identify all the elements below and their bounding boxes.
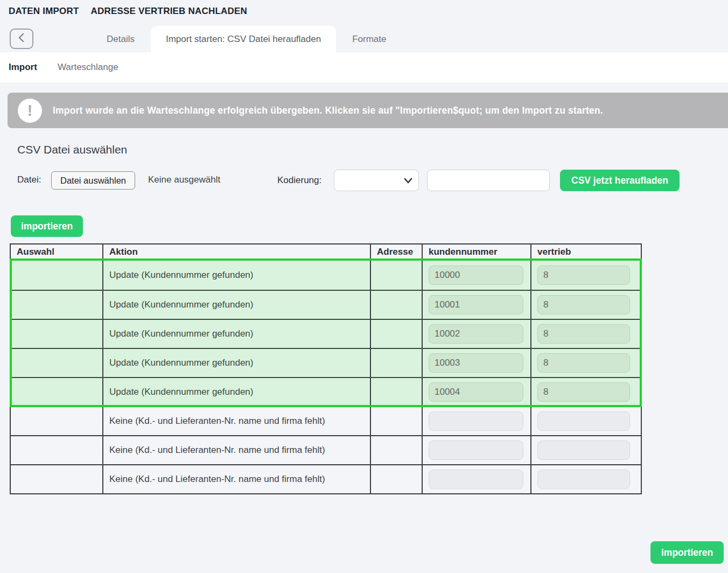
tab-details[interactable]: Details: [90, 26, 151, 52]
encoding-select[interactable]: [334, 170, 419, 191]
vertrieb-input[interactable]: [537, 382, 630, 402]
kundennummer-cell: [423, 291, 531, 319]
table-row: Update (Kundennummer gefunden): [11, 290, 641, 319]
kundennummer-input[interactable]: [429, 470, 523, 489]
auswahl-cell: [11, 407, 103, 435]
subtab-warteschlange[interactable]: Warteschlange: [58, 62, 118, 73]
table-row: Keine (Kd.- und Lieferanten-Nr. name und…: [11, 464, 641, 493]
page-header: DATEN IMPORT ADRESSE VERTRIEB NACHLADEN: [9, 6, 247, 17]
aktion-cell: Keine (Kd.- und Lieferanten-Nr. name und…: [103, 407, 371, 435]
encoding-select-wrap: [334, 170, 419, 191]
auswahl-cell: [11, 436, 103, 464]
kundennummer-input[interactable]: [429, 382, 523, 402]
vertrieb-input[interactable]: [537, 441, 630, 460]
adresse-cell: [371, 407, 423, 435]
adresse-cell: [371, 261, 423, 290]
vertrieb-input[interactable]: [537, 470, 630, 489]
table-row: Update (Kundennummer gefunden): [11, 261, 641, 290]
kundennummer-input[interactable]: [429, 324, 523, 344]
kundennummer-input[interactable]: [429, 265, 523, 285]
vertrieb-cell: [531, 320, 641, 348]
vertrieb-cell: [531, 349, 641, 377]
back-icon: [17, 33, 26, 45]
kundennummer-input[interactable]: [429, 295, 523, 315]
vertrieb-input[interactable]: [537, 265, 630, 285]
vertrieb-cell: [531, 378, 641, 406]
auswahl-cell: [11, 349, 103, 377]
vertrieb-cell: [531, 291, 641, 319]
csv-upload-button[interactable]: CSV jetzt heraufladen: [560, 170, 680, 191]
table-header-row: AuswahlAktionAdressekundennummervertrieb: [11, 244, 641, 260]
vertrieb-input[interactable]: [537, 295, 630, 315]
import-button-bottom[interactable]: importieren: [650, 541, 724, 564]
aktion-text: Update (Kundennummer gefunden): [109, 329, 253, 339]
import-preview-table: AuswahlAktionAdressekundennummervertrieb…: [10, 243, 642, 494]
vertrieb-cell: [531, 407, 641, 435]
vertrieb-input[interactable]: [537, 353, 630, 373]
auswahl-cell: [11, 465, 103, 493]
tab-formate[interactable]: Formate: [336, 26, 402, 52]
adresse-cell: [371, 436, 423, 464]
auswahl-cell: [11, 378, 103, 406]
kundennummer-input[interactable]: [429, 441, 523, 460]
column-header-vertrieb: vertrieb: [531, 244, 641, 260]
aktion-cell: Update (Kundennummer gefunden): [103, 261, 371, 290]
back-button[interactable]: [10, 29, 33, 49]
page-title: DATEN IMPORT: [9, 6, 79, 17]
vertrieb-input[interactable]: [537, 411, 630, 431]
column-header-auswahl: Auswahl: [11, 244, 103, 260]
table-row: Update (Kundennummer gefunden): [11, 348, 641, 377]
adresse-cell: [371, 378, 423, 406]
highlighted-rows-block: Update (Kundennummer gefunden)Update (Ku…: [11, 260, 641, 406]
kundennummer-cell: [423, 436, 531, 464]
aktion-cell: Update (Kundennummer gefunden): [103, 291, 371, 319]
aktion-text: Keine (Kd.- und Lieferanten-Nr. name und…: [109, 474, 325, 485]
kundennummer-input[interactable]: [429, 411, 523, 431]
notification-text: Import wurde an die Warteschlange erfolg…: [53, 105, 603, 116]
adresse-cell: [371, 291, 423, 319]
kundennummer-cell: [423, 261, 531, 290]
subtab-bar: ImportWarteschlange: [0, 52, 728, 82]
column-header-kundennummer: kundennummer: [423, 244, 531, 260]
file-label: Datei:: [17, 174, 41, 185]
table-row: Keine (Kd.- und Lieferanten-Nr. name und…: [11, 435, 641, 464]
encoding-label: Kodierung:: [277, 175, 321, 186]
auswahl-cell: [11, 291, 103, 319]
import-button-top[interactable]: importieren: [11, 215, 83, 237]
tab-import-starten-csv-datei-heraufladen[interactable]: Import starten: CSV Datei heraufladen: [151, 26, 336, 52]
auswahl-cell: [11, 320, 103, 348]
aktion-text: Update (Kundennummer gefunden): [109, 358, 253, 368]
filename-input[interactable]: [427, 170, 550, 191]
aktion-cell: Update (Kundennummer gefunden): [103, 320, 371, 348]
file-select-button[interactable]: Datei auswählen: [51, 171, 135, 190]
table-row: Keine (Kd.- und Lieferanten-Nr. name und…: [11, 406, 641, 435]
section-heading: CSV Datei auswählen: [17, 143, 127, 156]
kundennummer-cell: [423, 407, 531, 435]
kundennummer-input[interactable]: [429, 353, 523, 373]
aktion-cell: Update (Kundennummer gefunden): [103, 349, 371, 377]
tabs: DetailsImport starten: CSV Datei heraufl…: [90, 26, 402, 52]
file-status-text: Keine ausgewählt: [148, 174, 220, 185]
aktion-text: Update (Kundennummer gefunden): [109, 387, 253, 397]
vertrieb-cell: [531, 261, 641, 290]
tab-bar: DetailsImport starten: CSV Datei heraufl…: [0, 26, 728, 52]
aktion-text: Update (Kundennummer gefunden): [109, 270, 253, 281]
vertrieb-input[interactable]: [537, 324, 630, 344]
kundennummer-cell: [423, 349, 531, 377]
aktion-text: Keine (Kd.- und Lieferanten-Nr. name und…: [109, 416, 325, 427]
adresse-cell: [371, 320, 423, 348]
aktion-text: Update (Kundennummer gefunden): [109, 299, 253, 310]
table-row: Update (Kundennummer gefunden): [11, 377, 641, 406]
aktion-cell: Update (Kundennummer gefunden): [103, 378, 371, 406]
upload-controls: Datei: Datei auswählen Keine ausgewählt …: [0, 170, 728, 191]
vertrieb-cell: [531, 465, 641, 493]
auswahl-cell: [11, 261, 103, 290]
subtab-import[interactable]: Import: [9, 62, 37, 73]
exclamation-icon: !: [18, 99, 42, 123]
page-subtitle: ADRESSE VERTRIEB NACHLADEN: [91, 6, 247, 17]
aktion-cell: Keine (Kd.- und Lieferanten-Nr. name und…: [103, 465, 371, 493]
column-header-adresse: Adresse: [371, 244, 423, 260]
vertrieb-cell: [531, 436, 641, 464]
kundennummer-cell: [423, 320, 531, 348]
kundennummer-cell: [423, 378, 531, 406]
